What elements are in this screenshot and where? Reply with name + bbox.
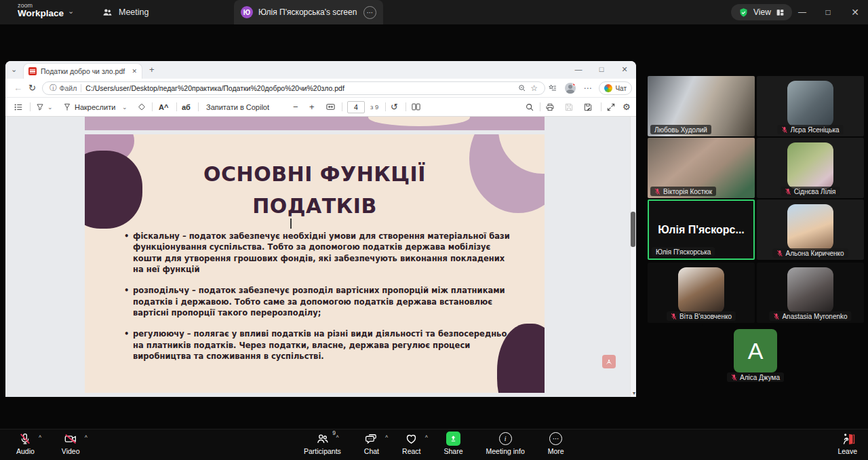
pdf-scrollbar-thumb[interactable]: [631, 212, 635, 247]
copilot-chat-button[interactable]: Чат: [599, 81, 632, 95]
audio-menu-chevron-icon[interactable]: ˄: [39, 434, 42, 440]
page-number-input[interactable]: [347, 98, 365, 116]
chat-button[interactable]: ˄ Chat: [364, 432, 379, 455]
participant-name-label: Сіднєва Лілія: [781, 187, 840, 196]
text-cursor: [290, 218, 292, 229]
pdf-scrollbar[interactable]: ▾: [630, 117, 636, 397]
participant-tile[interactable]: Любовь Худолий: [648, 76, 755, 136]
url-field[interactable]: ⓘ Файл C:/Users/user/Desktop/педаг%20пра…: [42, 81, 545, 95]
eraser-icon[interactable]: [137, 98, 146, 116]
participant-tile[interactable]: A Аліса Джума: [702, 324, 809, 384]
rotate-icon[interactable]: ↺: [391, 98, 398, 116]
participant-name-label: Альона Кириченко: [772, 248, 848, 258]
draw-label[interactable]: Накреслити: [75, 98, 115, 116]
tab-meeting-label: Meeting: [119, 7, 149, 17]
browser-menu-ellipsis-icon[interactable]: ⋯: [583, 83, 591, 93]
pdf-toolbar: ⌄ Накреслити ⌄ A^ аб Запитати в Copilot …: [5, 98, 636, 117]
url-text: C:/Users/user/Desktop/педаг%20практика/П…: [85, 84, 514, 92]
previous-slide-edge: [85, 117, 545, 130]
participant-name-label: Anastasia Myronenko: [769, 311, 851, 321]
print-icon[interactable]: [545, 98, 555, 116]
new-tab-button[interactable]: +: [149, 64, 155, 75]
browser-actions: ⋯ Чат: [548, 81, 632, 95]
participant-avatar: [787, 81, 833, 127]
pdf-settings-gear-icon[interactable]: ⚙: [623, 98, 631, 116]
participant-avatar-letter: Ю: [241, 6, 253, 18]
participant-avatar: [678, 267, 724, 313]
more-button[interactable]: ⋯ More: [548, 432, 564, 455]
zoom-out-page-icon[interactable]: [518, 84, 526, 92]
read-aloud-icon[interactable]: A^: [159, 98, 168, 116]
profile-avatar[interactable]: [565, 83, 576, 94]
muted-mic-icon: [654, 188, 660, 195]
back-icon[interactable]: ←: [14, 83, 22, 93]
draw-pen-icon[interactable]: [62, 98, 72, 116]
video-button[interactable]: ˄ Video: [62, 432, 80, 455]
toc-icon[interactable]: [14, 98, 23, 116]
participant-tile[interactable]: Вікторія Костюк: [648, 138, 755, 198]
page-view-icon[interactable]: [411, 98, 421, 116]
draw-chevron-icon[interactable]: ⌄: [122, 98, 127, 116]
tab-search-chevron-icon[interactable]: ⌄: [11, 65, 17, 74]
browser-tabstrip: ⌄ Податки добро чи зло.pdf ✕ + — □ ✕: [5, 61, 636, 79]
browser-maximize-button[interactable]: □: [591, 61, 612, 77]
notification-dot: [572, 83, 576, 86]
participants-menu-chevron-icon[interactable]: ˄: [336, 434, 339, 440]
meeting-info-button[interactable]: i Meeting info: [486, 432, 525, 455]
search-document-icon[interactable]: [525, 98, 534, 116]
slide-bullet: • розподільчу – податок забезпечує розпо…: [124, 285, 517, 318]
minimize-window-button[interactable]: —: [791, 0, 814, 24]
scroll-down-icon[interactable]: ▾: [633, 390, 635, 396]
view-button[interactable]: View: [731, 4, 792, 20]
participant-tile[interactable]: Альона Кириченко: [757, 199, 864, 260]
maximize-window-button[interactable]: □: [816, 0, 840, 24]
save-as-icon[interactable]: [583, 98, 593, 116]
translate-icon[interactable]: аб: [182, 98, 191, 116]
fit-width-icon[interactable]: [326, 98, 336, 116]
highlighter-chevron-icon[interactable]: ⌄: [47, 98, 53, 116]
participants-button[interactable]: 9 ˄ Participants: [304, 432, 341, 455]
tab-close-icon[interactable]: ✕: [132, 68, 137, 75]
participant-tile[interactable]: Сіднєва Лілія: [757, 138, 864, 198]
participant-name-label: Юлія П'яскорська: [652, 247, 715, 256]
browser-minimize-button[interactable]: —: [568, 61, 589, 77]
page-total-label: з 9: [370, 98, 378, 116]
tab-meeting[interactable]: Meeting: [102, 0, 149, 24]
browser-tab[interactable]: Податки добро чи зло.pdf ✕: [23, 63, 142, 79]
close-window-button[interactable]: ✕: [844, 0, 867, 24]
muted-mic-icon: [776, 250, 783, 257]
participant-tile[interactable]: Віта В'язовченко: [648, 263, 755, 323]
react-button[interactable]: ˄ React: [402, 432, 420, 455]
pdf-viewport: ОСНОВНІ ФУНКЦІЇ ПОДАТКІВ • фіскальну – п…: [5, 117, 636, 397]
participants-icon: [315, 432, 330, 446]
fullscreen-icon[interactable]: [606, 98, 616, 116]
browser-close-button[interactable]: ✕: [614, 61, 635, 77]
chat-menu-chevron-icon[interactable]: ˄: [385, 434, 389, 440]
site-info-badge[interactable]: ⓘ Файл: [50, 83, 77, 93]
people-icon: [102, 7, 113, 18]
ask-copilot-button[interactable]: Запитати в Copilot: [206, 98, 269, 116]
share-button[interactable]: Share: [443, 432, 462, 455]
leave-button[interactable]: Leave: [837, 432, 857, 455]
audio-button[interactable]: ˄ Audio: [16, 432, 35, 455]
react-menu-chevron-icon[interactable]: ˄: [425, 434, 429, 440]
favorites-bar-icon[interactable]: [548, 83, 557, 93]
highlighter-icon[interactable]: [35, 98, 45, 116]
tab-options-ellipsis-icon[interactable]: ⋯: [363, 6, 376, 19]
participant-tile[interactable]: Anastasia Myronenko: [757, 263, 864, 323]
workspace-chevron-down-icon[interactable]: ⌄: [68, 7, 74, 16]
refresh-icon[interactable]: ↻: [28, 83, 36, 93]
info-icon: ⓘ: [50, 83, 57, 93]
favorite-star-icon[interactable]: ☆: [530, 83, 538, 93]
muted-camera-icon: [63, 432, 78, 446]
participant-tile-active-sharer[interactable]: Юлія П'яскорс... Юлія П'яскорська: [648, 199, 755, 260]
participant-avatar: [787, 267, 833, 313]
heart-icon: [404, 432, 418, 446]
participant-tile[interactable]: Лєра Ясеніцька: [757, 76, 864, 136]
video-menu-chevron-icon[interactable]: ˄: [85, 434, 88, 440]
acrobat-badge[interactable]: [602, 355, 616, 368]
zoom-out-icon[interactable]: −: [293, 98, 298, 116]
zoom-meeting-window: zoom Workplace ⌄ Meeting Ю Юлія П'яскорс…: [0, 0, 868, 460]
tab-shared-screen[interactable]: Ю Юлія П'яскорська's screen ⋯: [234, 0, 383, 24]
zoom-in-icon[interactable]: +: [309, 98, 315, 116]
